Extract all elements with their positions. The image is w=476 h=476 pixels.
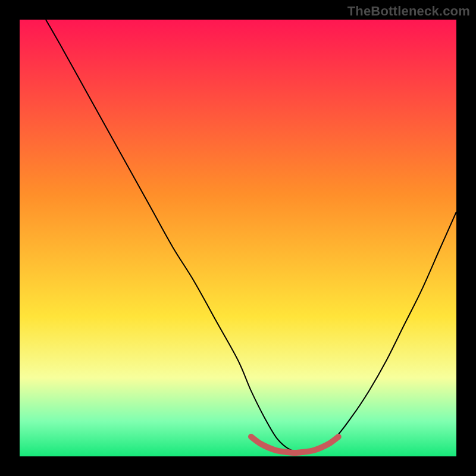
chart-stage: TheBottleneck.com [0, 0, 476, 476]
plot-background [20, 20, 456, 456]
bottleneck-chart [0, 0, 476, 476]
watermark-text: TheBottleneck.com [347, 4, 470, 19]
